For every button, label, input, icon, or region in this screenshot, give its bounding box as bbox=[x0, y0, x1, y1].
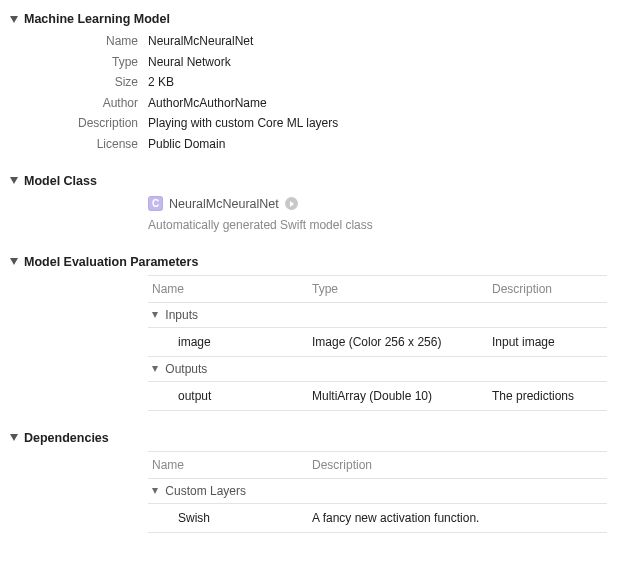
cell-name: output bbox=[174, 382, 308, 410]
value: Playing with custom Core ML layers bbox=[148, 114, 338, 133]
inputs-text: Inputs bbox=[165, 308, 198, 322]
prop-license: License Public Domain bbox=[10, 135, 613, 154]
disclosure-triangle-icon bbox=[152, 312, 158, 318]
eval-table: Name Type Description Inputs image Image… bbox=[148, 275, 607, 411]
disclosure-triangle-icon bbox=[152, 366, 158, 372]
value: Neural Network bbox=[148, 53, 231, 72]
col-type: Type bbox=[308, 276, 488, 302]
section-eval-params: Model Evaluation Parameters Name Type De… bbox=[10, 255, 613, 411]
outputs-label: Outputs bbox=[148, 357, 308, 381]
value: NeuralMcNeuralNet bbox=[148, 32, 253, 51]
col-desc: Description bbox=[308, 452, 607, 478]
class-section-header[interactable]: Model Class bbox=[10, 174, 613, 188]
custom-layers-text: Custom Layers bbox=[165, 484, 246, 498]
prop-description: Description Playing with custom Core ML … bbox=[10, 114, 613, 133]
class-badge-icon: C bbox=[148, 196, 163, 211]
value: AuthorMcAuthorName bbox=[148, 94, 267, 113]
cell-desc: Input image bbox=[488, 328, 607, 356]
cell-desc: The predictions bbox=[488, 382, 607, 410]
table-header-row: Name Description bbox=[148, 452, 607, 479]
cell-desc: A fancy new activation function. bbox=[308, 504, 607, 532]
label: Size bbox=[10, 73, 148, 92]
section-model-class: Model Class C NeuralMcNeuralNet Automati… bbox=[10, 174, 613, 235]
class-section-title: Model Class bbox=[24, 174, 97, 188]
prop-type: Type Neural Network bbox=[10, 53, 613, 72]
table-row: Swish A fancy new activation function. bbox=[148, 504, 607, 533]
label: Description bbox=[10, 114, 148, 133]
value: 2 KB bbox=[148, 73, 174, 92]
col-name: Name bbox=[148, 452, 308, 478]
prop-name: Name NeuralMcNeuralNet bbox=[10, 32, 613, 51]
outputs-text: Outputs bbox=[165, 362, 207, 376]
ml-section-header[interactable]: Machine Learning Model bbox=[10, 12, 613, 26]
table-row: output MultiArray (Double 10) The predic… bbox=[148, 382, 607, 411]
ml-properties: Name NeuralMcNeuralNet Type Neural Netwo… bbox=[10, 32, 613, 154]
disclosure-triangle-icon bbox=[10, 258, 18, 265]
label: Name bbox=[10, 32, 148, 51]
section-dependencies: Dependencies Name Description Custom Lay… bbox=[10, 431, 613, 533]
value: Public Domain bbox=[148, 135, 225, 154]
table-header-row: Name Type Description bbox=[148, 276, 607, 303]
custom-layers-group-row[interactable]: Custom Layers bbox=[148, 479, 607, 504]
class-body: C NeuralMcNeuralNet Automatically genera… bbox=[10, 194, 613, 235]
table-row: image Image (Color 256 x 256) Input imag… bbox=[148, 328, 607, 357]
custom-layers-label: Custom Layers bbox=[148, 479, 308, 503]
col-desc: Description bbox=[488, 276, 607, 302]
navigate-arrow-icon[interactable] bbox=[285, 197, 298, 210]
eval-section-title: Model Evaluation Parameters bbox=[24, 255, 198, 269]
cell-type: MultiArray (Double 10) bbox=[308, 382, 488, 410]
deps-table: Name Description Custom Layers Swish A f… bbox=[148, 451, 607, 533]
deps-section-title: Dependencies bbox=[24, 431, 109, 445]
disclosure-triangle-icon bbox=[10, 16, 18, 23]
inputs-group-row[interactable]: Inputs bbox=[148, 303, 607, 328]
label: Author bbox=[10, 94, 148, 113]
prop-size: Size 2 KB bbox=[10, 73, 613, 92]
col-name: Name bbox=[148, 276, 308, 302]
cell-name: image bbox=[174, 328, 308, 356]
cell-type: Image (Color 256 x 256) bbox=[308, 328, 488, 356]
disclosure-triangle-icon bbox=[10, 434, 18, 441]
section-ml-model: Machine Learning Model Name NeuralMcNeur… bbox=[10, 12, 613, 154]
ml-section-title: Machine Learning Model bbox=[24, 12, 170, 26]
eval-section-header[interactable]: Model Evaluation Parameters bbox=[10, 255, 613, 269]
label: Type bbox=[10, 53, 148, 72]
class-name-link[interactable]: NeuralMcNeuralNet bbox=[169, 194, 279, 214]
disclosure-triangle-icon bbox=[152, 488, 158, 494]
cell-name: Swish bbox=[174, 504, 308, 532]
outputs-group-row[interactable]: Outputs bbox=[148, 357, 607, 382]
prop-author: Author AuthorMcAuthorName bbox=[10, 94, 613, 113]
class-link-row: C NeuralMcNeuralNet bbox=[148, 194, 613, 214]
label: License bbox=[10, 135, 148, 154]
deps-section-header[interactable]: Dependencies bbox=[10, 431, 613, 445]
disclosure-triangle-icon bbox=[10, 177, 18, 184]
class-caption: Automatically generated Swift model clas… bbox=[148, 216, 613, 235]
inputs-label: Inputs bbox=[148, 303, 308, 327]
